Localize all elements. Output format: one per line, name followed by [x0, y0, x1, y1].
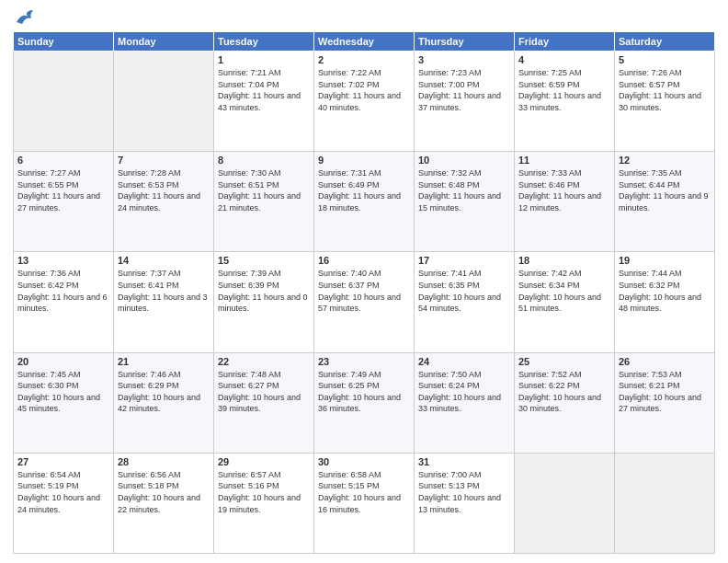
day-info: Sunrise: 7:41 AMSunset: 6:35 PMDaylight:… — [418, 268, 510, 314]
day-info: Sunrise: 6:58 AMSunset: 5:15 PMDaylight:… — [318, 469, 410, 515]
day-number: 11 — [518, 155, 610, 166]
calendar-day-cell: 29Sunrise: 6:57 AMSunset: 5:16 PMDayligh… — [214, 453, 314, 553]
calendar-week-row: 6Sunrise: 7:27 AMSunset: 6:55 PMDaylight… — [14, 152, 715, 252]
day-info: Sunrise: 7:40 AMSunset: 6:37 PMDaylight:… — [318, 268, 410, 314]
day-number: 10 — [418, 155, 510, 166]
day-number: 8 — [218, 155, 310, 166]
calendar-day-cell: 30Sunrise: 6:58 AMSunset: 5:15 PMDayligh… — [314, 453, 415, 553]
weekday-header-cell: Saturday — [615, 32, 715, 52]
calendar-day-cell: 15Sunrise: 7:39 AMSunset: 6:39 PMDayligh… — [214, 252, 314, 352]
day-number: 2 — [318, 54, 410, 65]
calendar-week-row: 27Sunrise: 6:54 AMSunset: 5:19 PMDayligh… — [14, 453, 715, 553]
calendar-day-cell: 11Sunrise: 7:33 AMSunset: 6:46 PMDayligh… — [515, 152, 615, 252]
calendar-day-cell — [515, 453, 615, 553]
day-number: 4 — [518, 54, 610, 65]
calendar-day-cell: 9Sunrise: 7:31 AMSunset: 6:49 PMDaylight… — [314, 152, 415, 252]
day-number: 30 — [318, 456, 410, 467]
day-info: Sunrise: 7:00 AMSunset: 5:13 PMDaylight:… — [418, 469, 510, 515]
day-info: Sunrise: 7:37 AMSunset: 6:41 PMDaylight:… — [118, 268, 210, 314]
calendar-day-cell: 8Sunrise: 7:30 AMSunset: 6:51 PMDaylight… — [214, 152, 314, 252]
weekday-header-cell: Thursday — [415, 32, 515, 52]
day-number: 25 — [518, 356, 610, 367]
calendar-day-cell: 6Sunrise: 7:27 AMSunset: 6:55 PMDaylight… — [14, 152, 114, 252]
weekday-header-cell: Friday — [515, 32, 615, 52]
calendar-day-cell: 17Sunrise: 7:41 AMSunset: 6:35 PMDayligh… — [415, 252, 515, 352]
calendar-week-row: 20Sunrise: 7:45 AMSunset: 6:30 PMDayligh… — [14, 352, 715, 453]
day-number: 7 — [118, 155, 210, 166]
calendar-day-cell: 31Sunrise: 7:00 AMSunset: 5:13 PMDayligh… — [415, 453, 515, 553]
weekday-header-cell: Wednesday — [314, 32, 415, 52]
calendar-week-row: 1Sunrise: 7:21 AMSunset: 7:04 PMDaylight… — [14, 52, 715, 152]
day-info: Sunrise: 7:31 AMSunset: 6:49 PMDaylight:… — [318, 167, 410, 213]
day-number: 23 — [318, 356, 410, 367]
calendar-day-cell: 18Sunrise: 7:42 AMSunset: 6:34 PMDayligh… — [515, 252, 615, 352]
weekday-header-cell: Monday — [114, 32, 214, 52]
day-number: 3 — [418, 54, 510, 65]
day-info: Sunrise: 7:22 AMSunset: 7:02 PMDaylight:… — [318, 67, 410, 113]
weekday-header-row: SundayMondayTuesdayWednesdayThursdayFrid… — [14, 32, 715, 52]
day-number: 16 — [318, 255, 410, 266]
calendar-day-cell: 5Sunrise: 7:26 AMSunset: 6:57 PMDaylight… — [615, 52, 715, 152]
day-number: 5 — [619, 54, 711, 65]
calendar-week-row: 13Sunrise: 7:36 AMSunset: 6:42 PMDayligh… — [14, 252, 715, 352]
day-info: Sunrise: 7:35 AMSunset: 6:44 PMDaylight:… — [619, 167, 711, 213]
day-info: Sunrise: 7:48 AMSunset: 6:27 PMDaylight:… — [218, 369, 310, 415]
day-number: 14 — [118, 255, 210, 266]
day-number: 29 — [218, 456, 310, 467]
day-number: 24 — [418, 356, 510, 367]
calendar-day-cell: 21Sunrise: 7:46 AMSunset: 6:29 PMDayligh… — [114, 352, 214, 453]
calendar-day-cell: 24Sunrise: 7:50 AMSunset: 6:24 PMDayligh… — [415, 352, 515, 453]
day-info: Sunrise: 7:42 AMSunset: 6:34 PMDaylight:… — [518, 268, 610, 314]
day-number: 22 — [218, 356, 310, 367]
calendar-day-cell: 23Sunrise: 7:49 AMSunset: 6:25 PMDayligh… — [314, 352, 415, 453]
calendar-day-cell: 4Sunrise: 7:25 AMSunset: 6:59 PMDaylight… — [515, 52, 615, 152]
header — [13, 9, 715, 26]
calendar-day-cell: 26Sunrise: 7:53 AMSunset: 6:21 PMDayligh… — [615, 352, 715, 453]
day-info: Sunrise: 7:32 AMSunset: 6:48 PMDaylight:… — [418, 167, 510, 213]
calendar-day-cell: 13Sunrise: 7:36 AMSunset: 6:42 PMDayligh… — [14, 252, 114, 352]
day-info: Sunrise: 7:45 AMSunset: 6:30 PMDaylight:… — [17, 369, 109, 415]
day-info: Sunrise: 7:27 AMSunset: 6:55 PMDaylight:… — [17, 167, 109, 213]
calendar-day-cell: 3Sunrise: 7:23 AMSunset: 7:00 PMDaylight… — [415, 52, 515, 152]
day-info: Sunrise: 7:49 AMSunset: 6:25 PMDaylight:… — [318, 369, 410, 415]
day-number: 9 — [318, 155, 410, 166]
calendar-day-cell — [114, 52, 214, 152]
calendar-day-cell: 14Sunrise: 7:37 AMSunset: 6:41 PMDayligh… — [114, 252, 214, 352]
calendar-table: SundayMondayTuesdayWednesdayThursdayFrid… — [13, 31, 715, 554]
day-info: Sunrise: 7:23 AMSunset: 7:00 PMDaylight:… — [418, 67, 510, 113]
day-info: Sunrise: 7:39 AMSunset: 6:39 PMDaylight:… — [218, 268, 310, 314]
calendar-day-cell: 20Sunrise: 7:45 AMSunset: 6:30 PMDayligh… — [14, 352, 114, 453]
day-number: 17 — [418, 255, 510, 266]
calendar-day-cell: 25Sunrise: 7:52 AMSunset: 6:22 PMDayligh… — [515, 352, 615, 453]
day-number: 28 — [118, 456, 210, 467]
calendar-day-cell: 22Sunrise: 7:48 AMSunset: 6:27 PMDayligh… — [214, 352, 314, 453]
day-info: Sunrise: 7:25 AMSunset: 6:59 PMDaylight:… — [518, 67, 610, 113]
day-number: 19 — [619, 255, 711, 266]
day-info: Sunrise: 7:28 AMSunset: 6:53 PMDaylight:… — [118, 167, 210, 213]
day-number: 26 — [619, 356, 711, 367]
day-info: Sunrise: 7:21 AMSunset: 7:04 PMDaylight:… — [218, 67, 310, 113]
calendar-day-cell: 7Sunrise: 7:28 AMSunset: 6:53 PMDaylight… — [114, 152, 214, 252]
day-number: 15 — [218, 255, 310, 266]
calendar-body: 1Sunrise: 7:21 AMSunset: 7:04 PMDaylight… — [14, 52, 715, 554]
day-number: 20 — [17, 356, 109, 367]
weekday-header-cell: Sunday — [14, 32, 114, 52]
day-info: Sunrise: 6:56 AMSunset: 5:18 PMDaylight:… — [118, 469, 210, 515]
calendar-day-cell: 12Sunrise: 7:35 AMSunset: 6:44 PMDayligh… — [615, 152, 715, 252]
calendar-day-cell: 27Sunrise: 6:54 AMSunset: 5:19 PMDayligh… — [14, 453, 114, 553]
day-info: Sunrise: 6:54 AMSunset: 5:19 PMDaylight:… — [17, 469, 109, 515]
day-info: Sunrise: 7:46 AMSunset: 6:29 PMDaylight:… — [118, 369, 210, 415]
day-info: Sunrise: 7:52 AMSunset: 6:22 PMDaylight:… — [518, 369, 610, 415]
calendar-day-cell: 2Sunrise: 7:22 AMSunset: 7:02 PMDaylight… — [314, 52, 415, 152]
day-info: Sunrise: 7:36 AMSunset: 6:42 PMDaylight:… — [17, 268, 109, 314]
day-info: Sunrise: 7:30 AMSunset: 6:51 PMDaylight:… — [218, 167, 310, 213]
calendar-day-cell — [615, 453, 715, 553]
calendar-day-cell: 19Sunrise: 7:44 AMSunset: 6:32 PMDayligh… — [615, 252, 715, 352]
calendar-day-cell: 10Sunrise: 7:32 AMSunset: 6:48 PMDayligh… — [415, 152, 515, 252]
calendar-day-cell: 28Sunrise: 6:56 AMSunset: 5:18 PMDayligh… — [114, 453, 214, 553]
calendar-day-cell: 1Sunrise: 7:21 AMSunset: 7:04 PMDaylight… — [214, 52, 314, 152]
calendar-day-cell — [14, 52, 114, 152]
day-number: 31 — [418, 456, 510, 467]
day-number: 13 — [17, 255, 109, 266]
day-number: 1 — [218, 54, 310, 65]
